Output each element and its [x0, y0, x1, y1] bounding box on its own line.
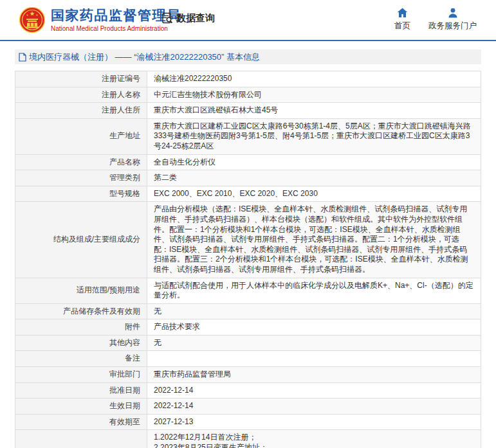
row-value: 2022-12-14	[147, 382, 481, 399]
nav-portal-label: 政务服务门户	[428, 21, 477, 31]
table-row: 其他内容无	[15, 335, 481, 351]
row-label: 适用范围/预期用途	[15, 278, 147, 303]
data-query-label: 数据查询	[176, 12, 215, 24]
table-row: 生产地址重庆市大渡口区建桥工业园C区太康路6号30栋第1-4层、5层A区；重庆市…	[15, 118, 481, 154]
row-label: 型号规格	[15, 186, 147, 202]
table-row: 注册人住所重庆市大渡口区跳磴镇石林大道45号	[15, 103, 481, 119]
row-label: 产品储存条件及有效期	[15, 303, 147, 319]
table-row: 适用范围/预期用途与适配试剂配合使用，用于人体样本中的临床化学成分以及电解质K+…	[15, 278, 481, 303]
row-value: 与适配试剂配合使用，用于人体样本中的临床化学成分以及电解质K+、Na+、Cl-（…	[147, 278, 481, 303]
table-row: 审批部门重庆市药品监督管理局	[15, 367, 481, 383]
table-row: 管理类别第二类	[15, 170, 481, 186]
row-label: 生产地址	[15, 118, 147, 154]
row-value: 第二类	[147, 170, 481, 186]
info-table: 注册证编号渝械注准20222220350注册人名称中元汇吉生物技术股份有限公司注…	[15, 71, 481, 448]
agency-logo: 国家药品监督管理局 National Medical Products Admi…	[19, 7, 181, 33]
row-label: 变更情况	[15, 430, 147, 448]
site-header: 国家药品监督管理局 National Medical Products Admi…	[0, 0, 496, 41]
row-value: 1.2022年12月14日首次注册； 2.2023年8月25日变更生产地址； 3…	[147, 430, 481, 448]
row-label: 附件	[15, 319, 147, 336]
row-value	[147, 351, 481, 367]
table-row: 产品名称全自动生化分析仪	[15, 154, 481, 170]
row-label: 备注	[15, 351, 147, 367]
registration-info: 注册证编号渝械注准20222220350注册人名称中元汇吉生物技术股份有限公司注…	[15, 71, 481, 448]
row-value: 产品技术要求	[147, 319, 481, 336]
nav-portal[interactable]: 政务服务门户	[428, 8, 477, 31]
table-row: 有效期至2027-12-13	[15, 414, 481, 430]
breadcrumb: 境内医疗器械（注册） —— “渝械注准20222220350” 基本信息	[15, 49, 481, 64]
header-nav: 首页 政务服务门户	[394, 8, 477, 31]
row-label: 生效日期	[15, 399, 147, 415]
row-label: 注册人名称	[15, 87, 147, 103]
document-icon	[19, 53, 26, 62]
row-value: 重庆市大渡口区建桥工业园C区太康路6号30栋第1-4层、5层A区；重庆市大渡口跳…	[147, 118, 481, 154]
row-value: 中元汇吉生物技术股份有限公司	[147, 87, 481, 103]
agency-name-en: National Medical Products Administration	[51, 25, 181, 32]
home-icon	[397, 8, 408, 18]
table-row: 结构及组成/主要组成成分产品由分析模块（选配：ISE模块、全血样本针、水质检测组…	[15, 202, 481, 278]
row-value: EXC 2000、EXC 2010、EXC 2020、EXC 2030	[147, 186, 481, 202]
row-value: 产品由分析模块（选配：ISE模块、全血样本针、水质检测组件、试剂条码扫描器、试剂…	[147, 202, 481, 278]
table-row: 型号规格EXC 2000、EXC 2010、EXC 2020、EXC 2030	[15, 186, 481, 202]
row-label: 审批部门	[15, 367, 147, 383]
row-value: 无	[147, 335, 481, 351]
row-label: 注册人住所	[15, 103, 147, 119]
table-row: 注册证编号渝械注准20222220350	[15, 71, 481, 87]
table-row: 生效日期2022-12-14	[15, 399, 481, 415]
row-label: 有效期至	[15, 414, 147, 430]
row-value: 无	[147, 303, 481, 319]
row-value: 渝械注准20222220350	[147, 71, 481, 87]
row-value: 重庆市药品监督管理局	[147, 367, 481, 383]
row-value: 全自动生化分析仪	[147, 154, 481, 170]
row-label: 批准日期	[15, 382, 147, 399]
nav-home[interactable]: 首页	[394, 8, 410, 31]
row-label: 产品名称	[15, 154, 147, 170]
table-row: 注册人名称中元汇吉生物技术股份有限公司	[15, 87, 481, 103]
breadcrumb-text: 境内医疗器械（注册） —— “渝械注准20222220350” 基本信息	[29, 51, 260, 63]
table-row: 产品储存条件及有效期无	[15, 303, 481, 319]
row-value: 2022-12-14	[147, 399, 481, 415]
table-row: 批准日期2022-12-14	[15, 382, 481, 399]
nav-data-query[interactable]: 数据查询	[161, 12, 215, 24]
table-row: 备注	[15, 351, 481, 367]
row-label: 管理类别	[15, 170, 147, 186]
national-emblem-icon	[19, 7, 45, 33]
data-query-icon	[161, 12, 174, 24]
row-value: 重庆市大渡口区跳磴镇石林大道45号	[147, 103, 481, 119]
row-value: 2027-12-13	[147, 414, 481, 430]
row-label: 结构及组成/主要组成成分	[15, 202, 147, 278]
info-table-body: 注册证编号渝械注准20222220350注册人名称中元汇吉生物技术股份有限公司注…	[15, 71, 481, 448]
user-icon	[448, 8, 458, 18]
row-label: 其他内容	[15, 335, 147, 351]
nav-home-label: 首页	[394, 21, 410, 31]
table-row: 变更情况1.2022年12月14日首次注册； 2.2023年8月25日变更生产地…	[15, 430, 481, 448]
row-label: 注册证编号	[15, 71, 147, 87]
table-row: 附件产品技术要求	[15, 319, 481, 336]
